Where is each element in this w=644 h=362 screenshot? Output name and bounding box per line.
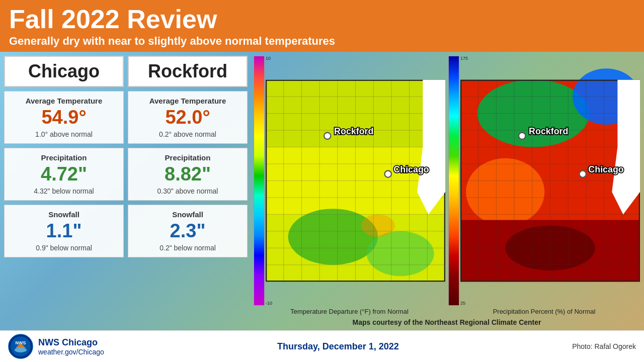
temp-scale-bar: 10 8 6 4 2 0 -2 -4 -6 -8 -10 [254,56,265,306]
precip-gradient [448,56,459,306]
nws-logo: NWS [8,334,33,359]
stats-panel: Chicago Rockford Average Temperature 54.… [0,52,252,330]
chicago-snowfall-card: Snowfall 1.1" 0.9" below normal [4,205,124,257]
city-headers: Chicago Rockford [4,56,248,87]
rockford-precip-value: 8.82" [134,164,241,185]
temp-map-visual: 10 8 6 4 2 0 -2 -4 -6 -8 -10 [254,56,445,306]
svg-text:Rockford: Rockford [529,126,568,136]
svg-text:Chicago: Chicago [588,164,623,174]
svg-point-28 [324,133,331,139]
nws-url: weather.gov/Chicago [38,348,104,356]
precip-map-svg-area: Rockford Chicago [460,56,640,306]
page-title: Fall 2022 Review [9,5,635,34]
chicago-precip-card: Precipitation 4.72" 4.32" below normal [4,148,124,201]
rockford-snowfall-normal: 0.2" below normal [134,244,241,252]
temp-gradient [254,56,265,306]
chicago-precip-value: 4.72" [11,164,117,185]
stats-rows: Average Temperature 54.9° 1.0° above nor… [4,91,248,257]
nws-info: NWS Chicago weather.gov/Chicago [38,337,104,356]
rockford-city-name: Rockford [135,61,240,82]
rockford-precip-card: Precipitation 8.82" 0.30" above normal [128,148,248,201]
main-content: Chicago Rockford Average Temperature 54.… [0,52,644,330]
bottom-center: Thursday, December 1, 2022 [104,341,572,352]
chicago-precip-label: Precipitation [11,153,117,162]
svg-point-30 [385,171,391,177]
rockford-temp-card: Average Temperature 52.0° 0.2° above nor… [128,91,248,144]
chicago-temp-card: Average Temperature 54.9° 1.0° above nor… [4,91,124,144]
rockford-temp-value: 52.0° [134,107,241,128]
rockford-snowfall-label: Snowfall [134,210,241,219]
chicago-temp-label: Average Temperature [11,97,117,105]
precip-row: Precipitation 4.72" 4.32" below normal P… [4,148,248,201]
svg-point-60 [519,133,525,139]
svg-point-67 [15,347,27,352]
svg-point-4 [367,231,434,276]
rockford-snowfall-card: Snowfall 2.3" 0.2" below normal [128,205,248,257]
svg-point-35 [466,158,544,226]
photo-credit: Photo: Rafal Ogorek [572,342,636,350]
rockford-snowfall-value: 2.3" [134,221,241,242]
header-subtitle: Generally dry with near to slightly abov… [9,35,635,48]
precip-map-svg: Rockford Chicago [460,56,640,306]
chicago-precip-normal: 4.32" below normal [11,187,117,195]
rockford-header: Rockford [128,56,248,87]
rockford-temp-normal: 0.2° above normal [134,130,241,138]
temp-map-svg-area: Rockford Chicago [266,56,445,306]
precip-map-container: 175 150 130 120 110 100 90 80 70 50 25 [448,56,640,317]
precip-map-visual: 175 150 130 120 110 100 90 80 70 50 25 [448,56,640,306]
temp-map-svg: Rockford Chicago [266,56,445,306]
maps-credit: Maps courtesy of the Northeast Regional … [254,317,640,328]
maps-panel: 10 8 6 4 2 0 -2 -4 -6 -8 -10 [252,52,644,330]
header: Fall 2022 Review Generally dry with near… [0,0,644,52]
temp-map-caption: Temperature Departure (°F) from Normal [254,306,445,317]
svg-point-5 [361,215,395,237]
svg-text:Rockford: Rockford [334,126,373,136]
temp-map-container: 10 8 6 4 2 0 -2 -4 -6 -8 -10 [254,56,445,317]
svg-text:Chicago: Chicago [393,164,429,174]
rockford-precip-normal: 0.30" above normal [134,187,241,195]
chicago-city-name: Chicago [11,61,117,82]
rockford-temp-label: Average Temperature [134,97,241,105]
snowfall-row: Snowfall 1.1" 0.9" below normal Snowfall… [4,205,248,257]
chicago-snowfall-value: 1.1" [11,221,117,242]
chicago-temp-value: 54.9° [11,107,117,128]
chicago-temp-normal: 1.0° above normal [11,130,117,138]
nws-name: NWS Chicago [38,337,104,348]
svg-point-62 [580,171,586,177]
temp-row: Average Temperature 54.9° 1.0° above nor… [4,91,248,144]
bottom-date: Thursday, December 1, 2022 [277,341,399,351]
precip-scale-bar: 175 150 130 120 110 100 90 80 70 50 25 [448,56,459,306]
chicago-snowfall-label: Snowfall [11,210,117,219]
precip-map-caption: Precipitation Percent (%) of Normal [448,306,640,317]
chicago-header: Chicago [4,56,124,87]
rockford-precip-label: Precipitation [134,153,241,162]
maps-row: 10 8 6 4 2 0 -2 -4 -6 -8 -10 [254,56,640,317]
bottom-bar: NWS NWS Chicago weather.gov/Chicago Thur… [0,330,644,362]
chicago-snowfall-normal: 0.9" below normal [11,244,117,252]
